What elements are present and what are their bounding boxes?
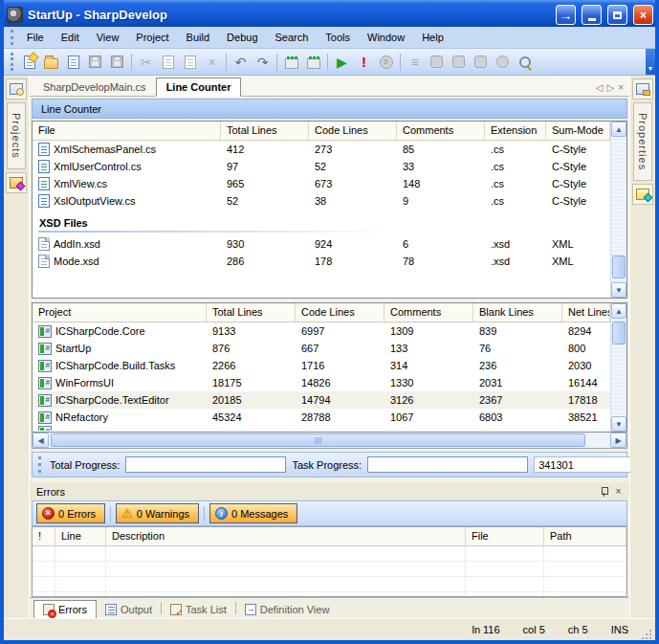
close-button[interactable]: ×	[633, 5, 653, 25]
tab-scroll-right-icon[interactable]: ▷	[606, 82, 614, 93]
resize-grip[interactable]	[640, 628, 652, 640]
search-icon[interactable]	[514, 52, 536, 73]
col-sum-mode[interactable]: Sum-Mode	[546, 122, 610, 140]
scroll-thumb[interactable]	[612, 322, 626, 344]
messages-filter-button[interactable]: i 0 Messages	[209, 503, 297, 523]
format-block-icon[interactable]	[426, 52, 448, 73]
toolbar-grip[interactable]	[11, 53, 15, 71]
scroll-thumb[interactable]	[612, 255, 626, 278]
run-icon[interactable]: ▶	[331, 52, 353, 73]
errors-filter-button[interactable]: × 0 Errors	[36, 503, 105, 523]
prev-bookmark-icon[interactable]	[448, 52, 470, 73]
table-row[interactable]: XmlUserControl.cs 97 52 33 .cs C-Style	[33, 158, 610, 175]
table-row[interactable]: XmlView.cs 965 673 148 .cs C-Style	[33, 175, 610, 192]
menu-view[interactable]: View	[88, 28, 128, 47]
table-row[interactable]: AddIn.xsd 930 924 6 .xsd XML	[33, 235, 610, 253]
minimize-button[interactable]	[582, 5, 602, 25]
tab-sharpdevelopmain[interactable]: SharpDevelopMain.cs	[33, 78, 156, 96]
open-file-icon[interactable]	[40, 52, 62, 73]
menu-edit[interactable]: Edit	[53, 28, 88, 47]
progress-strip-grip[interactable]	[38, 456, 41, 474]
projects-table-scrollbar[interactable]: ▲ ▼	[610, 303, 626, 432]
scroll-thumb[interactable]	[51, 433, 585, 447]
warnings-filter-button[interactable]: ⚠ 0 Warnings	[116, 503, 199, 523]
table-row[interactable]: NRefactory 45324 28788 1067 6803 38521	[33, 409, 610, 426]
col-code-lines[interactable]: Code Lines	[309, 122, 397, 140]
table-row[interactable]: Mode.xsd 286 178 78 .xsd XML	[33, 253, 610, 270]
files-table-scrollbar[interactable]: ▲ ▼	[610, 122, 626, 298]
sidebar-tab-projects[interactable]: Projects	[7, 102, 26, 169]
comment-region-icon[interactable]	[280, 52, 302, 73]
clear-bookmarks-icon[interactable]	[492, 52, 514, 73]
menu-debug[interactable]: Debug	[218, 28, 266, 47]
copy-icon[interactable]	[157, 52, 179, 73]
col-comments[interactable]: Comments	[397, 122, 485, 140]
properties-pad-button[interactable]	[632, 78, 653, 100]
sort-lines-icon[interactable]: ≡	[404, 52, 426, 73]
save-icon[interactable]	[84, 52, 106, 73]
table-row[interactable]: XslOutputView.cs 52 38 9 .cs C-Style	[33, 192, 610, 210]
open-with-icon[interactable]	[62, 52, 84, 73]
col-code-lines[interactable]: Code Lines	[296, 303, 384, 322]
col-severity[interactable]: !	[33, 527, 55, 545]
table-row-clipped[interactable]	[33, 426, 610, 431]
scroll-up-icon[interactable]: ▲	[611, 122, 626, 137]
tab-line-counter[interactable]: Line Counter	[156, 78, 242, 97]
col-file[interactable]: File	[466, 527, 544, 545]
menu-search[interactable]: Search	[267, 28, 318, 47]
table-row[interactable]: ICSharpCode.Build.Tasks 2266 1716 314 23…	[33, 357, 610, 374]
tab-close-icon[interactable]: ×	[618, 82, 624, 93]
projects-pad-button[interactable]	[6, 78, 27, 100]
scroll-right-icon[interactable]: ▶	[610, 433, 626, 448]
col-blank-lines[interactable]: Blank Lines	[473, 303, 562, 322]
uncomment-region-icon[interactable]	[302, 52, 324, 73]
col-extension[interactable]: Extension	[485, 122, 546, 140]
abort-build-icon[interactable]: !	[353, 52, 375, 73]
cut-icon[interactable]: ✂	[135, 52, 157, 73]
maximize-button[interactable]	[607, 5, 627, 25]
scroll-down-icon[interactable]: ▼	[611, 416, 626, 432]
profiler-icon[interactable]: 0	[375, 52, 397, 73]
col-description[interactable]: Description	[106, 527, 466, 545]
tab-task-list[interactable]: Task List	[162, 601, 235, 618]
tab-output[interactable]: Output	[97, 601, 161, 618]
scroll-left-icon[interactable]: ◀	[33, 433, 49, 448]
table-row[interactable]: WinFormsUI 18175 14826 1330 2031 16144	[33, 374, 610, 391]
toolbar-overflow-icon[interactable]: ▼	[646, 49, 655, 75]
col-path[interactable]: Path	[544, 527, 626, 545]
save-all-icon[interactable]	[106, 52, 128, 73]
scroll-down-icon[interactable]: ▼	[611, 282, 626, 298]
pin-button[interactable]	[597, 485, 611, 499]
tab-errors[interactable]: Errors	[33, 600, 97, 619]
menu-project[interactable]: Project	[127, 28, 177, 47]
restore-window-button[interactable]: →	[556, 5, 576, 25]
menu-build[interactable]: Build	[178, 28, 218, 47]
sidebar-tab-properties[interactable]: Properties	[633, 102, 652, 181]
table-row[interactable]: StartUp 876 667 133 76 800	[33, 340, 610, 357]
tab-scroll-left-icon[interactable]: ◁	[596, 82, 604, 93]
col-net-lines[interactable]: Net Lines	[562, 303, 610, 322]
paste-icon[interactable]	[179, 52, 201, 73]
errors-close-button[interactable]: ×	[611, 485, 626, 499]
next-bookmark-icon[interactable]	[470, 52, 492, 73]
undo-icon[interactable]: ↶	[230, 52, 252, 73]
col-line[interactable]: Line	[55, 527, 106, 545]
menubar-grip[interactable]	[11, 30, 15, 44]
menu-window[interactable]: Window	[359, 28, 413, 47]
new-file-icon[interactable]	[18, 52, 40, 73]
tab-definition-view[interactable]: Definition View	[236, 601, 339, 618]
redo-icon[interactable]: ↷	[252, 52, 274, 73]
col-total-lines[interactable]: Total Lines	[221, 122, 309, 140]
menu-help[interactable]: Help	[413, 28, 452, 47]
table-row[interactable]: XmlSchemasPanel.cs 412 273 85 .cs C-Styl…	[33, 141, 610, 158]
menu-tools[interactable]: Tools	[317, 28, 359, 47]
delete-icon[interactable]: ×	[201, 52, 223, 73]
menu-file[interactable]: File	[18, 28, 53, 47]
tools-pad-button[interactable]	[632, 184, 653, 205]
col-comments[interactable]: Comments	[384, 303, 473, 322]
table-row[interactable]: ICSharpCode.TextEditor 20185 14794 3126 …	[33, 391, 610, 409]
col-project[interactable]: Project	[33, 303, 207, 322]
classes-pad-button[interactable]	[6, 172, 27, 193]
horizontal-scrollbar[interactable]: ◀ ▶	[32, 433, 627, 449]
scroll-up-icon[interactable]: ▲	[611, 303, 626, 319]
